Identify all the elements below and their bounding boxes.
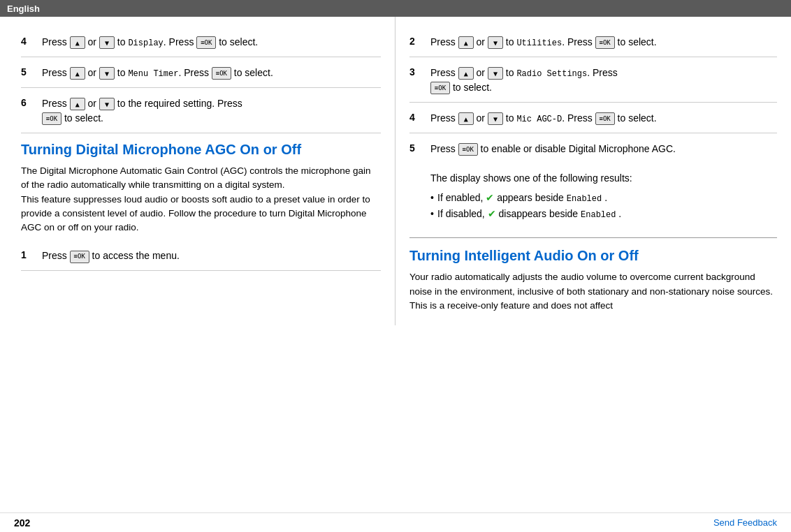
step-number: 1 <box>21 249 35 260</box>
send-feedback-link[interactable]: Send Feedback <box>713 517 777 528</box>
text: to select. <box>234 67 273 78</box>
text: to select. <box>618 112 657 124</box>
text: to <box>117 36 129 47</box>
text: or <box>477 67 488 78</box>
text: Press <box>42 67 70 78</box>
step-item: 5 Press ≡OK to enable or disable Digital… <box>409 133 777 229</box>
text: Press <box>430 143 458 154</box>
step-item: 3 Press ▲ or ▼ to Radio Settings. Press … <box>409 57 777 103</box>
text: or <box>88 98 99 109</box>
ok-button: ≡OK <box>595 112 615 125</box>
down-button: ▼ <box>488 112 503 125</box>
menu-item: Mic AGC-D <box>516 114 562 124</box>
text: to select. <box>219 36 258 47</box>
menu-value: Enabled <box>581 210 616 220</box>
menu-item: Utilities <box>516 38 562 48</box>
text: Press <box>430 112 458 124</box>
step-item: 4 Press ▲ or ▼ to Display. Press ≡OK to … <box>21 27 381 57</box>
text: to <box>506 67 517 78</box>
text: to the required setting. Press <box>117 98 242 109</box>
text: to select. <box>64 112 103 124</box>
text: or <box>477 36 488 47</box>
up-button: ▲ <box>70 36 85 49</box>
text: to select. <box>618 36 657 47</box>
text: to <box>117 67 129 78</box>
left-section-heading: Turning Digital Microphone AGC On or Off <box>21 140 381 158</box>
list-item: If enabled, ✔ appears beside Enabled . <box>430 190 676 206</box>
header-bar: English <box>0 0 791 17</box>
text: or <box>477 112 488 124</box>
down-button: ▼ <box>99 67 115 80</box>
down-button: ▼ <box>488 67 503 80</box>
text: If disabled, <box>437 208 488 219</box>
text: or <box>88 36 99 47</box>
text: or <box>88 67 99 78</box>
text: to access the menu. <box>92 250 180 261</box>
checkmark-icon: ✔ <box>486 192 494 203</box>
step-number: 5 <box>21 66 35 77</box>
checkmark-icon: ✔ <box>488 208 496 219</box>
text: Press <box>42 98 70 109</box>
step-number: 2 <box>409 35 423 47</box>
right-section-heading: Turning Intelligent Audio On or Off <box>409 246 777 265</box>
step-item: 5 Press ▲ or ▼ to Menu Timer. Press ≡OK … <box>21 57 381 88</box>
text: . Press <box>562 36 595 47</box>
text: If enabled, <box>437 192 486 203</box>
text: . Press <box>562 112 595 124</box>
down-button: ▼ <box>99 98 115 110</box>
step-row: 5 Press ≡OK to enable or disable Digital… <box>409 142 676 222</box>
step-content: Press ≡OK to enable or disable Digital M… <box>430 142 676 222</box>
text: Press <box>42 250 70 261</box>
step-content: Press ▲ or ▼ to Display. Press ≡OK to se… <box>42 35 381 50</box>
text: disappears beside <box>499 208 581 219</box>
section-divider <box>409 237 777 238</box>
result-list: If enabled, ✔ appears beside Enabled . I… <box>430 190 676 222</box>
step-content: Press ≡OK to access the menu. <box>42 249 381 263</box>
step-item: 1 Press ≡OK to access the menu. <box>21 240 381 271</box>
step-content: Press ▲ or ▼ to Menu Timer. Press ≡OK to… <box>42 66 381 80</box>
step-content: Press ▲ or ▼ to Mic AGC-D. Press ≡OK to … <box>430 111 777 126</box>
up-button: ▲ <box>458 112 474 125</box>
step-number: 5 <box>409 142 423 222</box>
step-item: 4 Press ▲ or ▼ to Mic AGC-D. Press ≡OK t… <box>409 103 777 133</box>
ok-button: ≡OK <box>70 251 89 263</box>
text: to <box>506 36 517 47</box>
content-area: 4 Press ▲ or ▼ to Display. Press ≡OK to … <box>0 17 791 325</box>
step-item: 2 Press ▲ or ▼ to Utilities. Press ≡OK t… <box>409 27 777 57</box>
down-button: ▼ <box>99 36 115 49</box>
left-section-body: The Digital Microphone Automatic Gain Co… <box>21 164 381 235</box>
ok-button: ≡OK <box>430 82 450 94</box>
step-number: 6 <box>21 96 35 108</box>
left-column: 4 Press ▲ or ▼ to Display. Press ≡OK to … <box>0 17 396 325</box>
up-button: ▲ <box>70 67 85 80</box>
ok-button: ≡OK <box>458 143 478 156</box>
ok-button: ≡OK <box>212 67 231 80</box>
text: appears beside <box>497 192 567 203</box>
step-item: 6 Press ▲ or ▼ to the required setting. … <box>21 88 381 133</box>
step-content: Press ▲ or ▼ to the required setting. Pr… <box>42 96 381 126</box>
text: to enable or disable Digital Microphone … <box>481 143 676 154</box>
text: . <box>618 208 621 219</box>
step-number: 4 <box>409 111 423 123</box>
text: Press <box>430 67 458 78</box>
footer-bar: 202 Send Feedback <box>0 512 791 532</box>
page-number: 202 <box>14 517 30 529</box>
step-content: Press ▲ or ▼ to Radio Settings. Press ≡O… <box>430 66 777 95</box>
text: to <box>506 112 517 124</box>
step-number: 3 <box>409 66 423 77</box>
right-column: 2 Press ▲ or ▼ to Utilities. Press ≡OK t… <box>396 17 791 325</box>
menu-item: Display <box>128 38 163 48</box>
list-item: If disabled, ✔ disappears beside Enabled… <box>430 206 676 222</box>
header-label: English <box>7 3 40 14</box>
menu-item: Menu Timer <box>128 69 178 79</box>
right-steps: 2 Press ▲ or ▼ to Utilities. Press ≡OK t… <box>409 27 777 229</box>
text: . Press <box>587 67 618 78</box>
result-text: The display shows one of the following r… <box>430 172 632 184</box>
left-steps-bottom: 1 Press ≡OK to access the menu. <box>21 240 381 271</box>
left-steps-top: 4 Press ▲ or ▼ to Display. Press ≡OK to … <box>21 27 381 133</box>
text: Press <box>42 36 70 47</box>
up-button: ▲ <box>458 67 474 80</box>
step-content: Press ▲ or ▼ to Utilities. Press ≡OK to … <box>430 35 777 50</box>
down-button: ▼ <box>488 36 503 49</box>
text: to select. <box>453 82 492 93</box>
